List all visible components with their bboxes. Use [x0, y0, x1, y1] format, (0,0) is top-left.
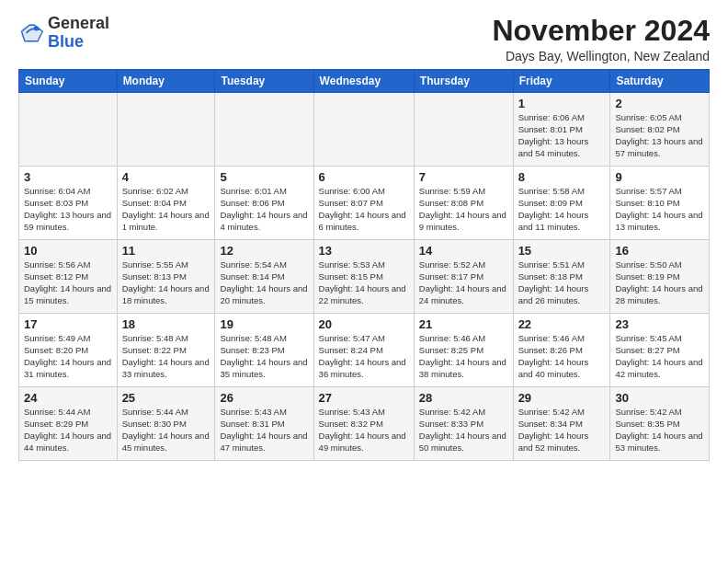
- calendar-header: SundayMondayTuesdayWednesdayThursdayFrid…: [19, 70, 710, 93]
- calendar-cell: [215, 93, 313, 167]
- calendar-cell: 25Sunrise: 5:44 AM Sunset: 8:30 PM Dayli…: [117, 387, 215, 461]
- logo: General Blue: [18, 15, 109, 52]
- day-info: Sunrise: 5:56 AM Sunset: 8:12 PM Dayligh…: [24, 259, 112, 306]
- calendar-cell: 6Sunrise: 6:00 AM Sunset: 8:07 PM Daylig…: [313, 167, 414, 240]
- day-info: Sunrise: 6:01 AM Sunset: 8:06 PM Dayligh…: [220, 186, 308, 233]
- calendar-week-2: 3Sunrise: 6:04 AM Sunset: 8:03 PM Daylig…: [19, 167, 710, 240]
- calendar-cell: 23Sunrise: 5:45 AM Sunset: 8:27 PM Dayli…: [610, 314, 710, 387]
- day-number: 21: [419, 317, 508, 331]
- calendar-cell: 2Sunrise: 6:05 AM Sunset: 8:02 PM Daylig…: [610, 93, 710, 167]
- calendar-cell: 29Sunrise: 5:42 AM Sunset: 8:34 PM Dayli…: [513, 387, 610, 461]
- page: General Blue November 2024 Days Bay, Wel…: [0, 0, 728, 470]
- title-block: November 2024 Days Bay, Wellington, New …: [492, 15, 710, 63]
- weekday-row: SundayMondayTuesdayWednesdayThursdayFrid…: [19, 70, 710, 93]
- calendar-cell: 19Sunrise: 5:48 AM Sunset: 8:23 PM Dayli…: [215, 314, 313, 387]
- day-number: 10: [24, 244, 112, 258]
- calendar-cell: [117, 93, 215, 167]
- day-number: 17: [24, 317, 112, 331]
- calendar-week-1: 1Sunrise: 6:06 AM Sunset: 8:01 PM Daylig…: [19, 93, 710, 167]
- calendar-week-4: 17Sunrise: 5:49 AM Sunset: 8:20 PM Dayli…: [19, 314, 710, 387]
- day-info: Sunrise: 5:44 AM Sunset: 8:29 PM Dayligh…: [24, 407, 112, 454]
- day-info: Sunrise: 5:48 AM Sunset: 8:22 PM Dayligh…: [122, 333, 210, 380]
- calendar-cell: 7Sunrise: 5:59 AM Sunset: 8:08 PM Daylig…: [414, 167, 513, 240]
- day-number: 27: [319, 391, 409, 405]
- day-info: Sunrise: 5:53 AM Sunset: 8:15 PM Dayligh…: [319, 259, 409, 306]
- day-number: 28: [419, 391, 508, 405]
- day-number: 25: [122, 391, 210, 405]
- calendar-cell: 10Sunrise: 5:56 AM Sunset: 8:12 PM Dayli…: [19, 240, 118, 314]
- day-number: 30: [615, 391, 704, 405]
- day-number: 12: [220, 244, 308, 258]
- day-info: Sunrise: 5:52 AM Sunset: 8:17 PM Dayligh…: [419, 259, 508, 306]
- day-info: Sunrise: 5:46 AM Sunset: 8:25 PM Dayligh…: [419, 333, 508, 380]
- day-number: 2: [615, 97, 704, 110]
- day-number: 13: [319, 244, 409, 258]
- day-number: 14: [419, 244, 508, 258]
- day-info: Sunrise: 5:50 AM Sunset: 8:19 PM Dayligh…: [615, 259, 704, 306]
- calendar-cell: [19, 93, 118, 167]
- calendar-cell: [313, 93, 414, 167]
- day-number: 8: [518, 170, 606, 184]
- day-number: 26: [220, 391, 308, 405]
- day-info: Sunrise: 5:47 AM Sunset: 8:24 PM Dayligh…: [319, 333, 409, 380]
- calendar-cell: 16Sunrise: 5:50 AM Sunset: 8:19 PM Dayli…: [610, 240, 710, 314]
- day-info: Sunrise: 6:02 AM Sunset: 8:04 PM Dayligh…: [122, 186, 210, 233]
- day-number: 15: [518, 244, 606, 258]
- day-info: Sunrise: 6:06 AM Sunset: 8:01 PM Dayligh…: [518, 112, 606, 159]
- day-info: Sunrise: 5:45 AM Sunset: 8:27 PM Dayligh…: [615, 333, 704, 380]
- calendar-cell: 15Sunrise: 5:51 AM Sunset: 8:18 PM Dayli…: [513, 240, 610, 314]
- day-info: Sunrise: 5:54 AM Sunset: 8:14 PM Dayligh…: [220, 259, 308, 306]
- day-number: 24: [24, 391, 112, 405]
- day-number: 5: [220, 170, 308, 184]
- day-number: 4: [122, 170, 210, 184]
- month-title: November 2024: [492, 15, 710, 47]
- calendar-cell: [414, 93, 513, 167]
- weekday-header-friday: Friday: [513, 70, 610, 93]
- weekday-header-thursday: Thursday: [414, 70, 513, 93]
- day-info: Sunrise: 6:04 AM Sunset: 8:03 PM Dayligh…: [24, 186, 112, 233]
- calendar-cell: 14Sunrise: 5:52 AM Sunset: 8:17 PM Dayli…: [414, 240, 513, 314]
- calendar-cell: 4Sunrise: 6:02 AM Sunset: 8:04 PM Daylig…: [117, 167, 215, 240]
- weekday-header-wednesday: Wednesday: [313, 70, 414, 93]
- day-number: 1: [518, 97, 606, 110]
- day-info: Sunrise: 5:42 AM Sunset: 8:35 PM Dayligh…: [615, 407, 704, 454]
- day-number: 9: [615, 170, 704, 184]
- day-number: 29: [518, 391, 606, 405]
- day-info: Sunrise: 5:58 AM Sunset: 8:09 PM Dayligh…: [518, 186, 606, 233]
- svg-point-2: [34, 26, 39, 30]
- day-number: 23: [615, 317, 704, 331]
- day-info: Sunrise: 6:05 AM Sunset: 8:02 PM Dayligh…: [615, 112, 704, 159]
- calendar-cell: 13Sunrise: 5:53 AM Sunset: 8:15 PM Dayli…: [313, 240, 414, 314]
- day-info: Sunrise: 5:42 AM Sunset: 8:33 PM Dayligh…: [419, 407, 508, 454]
- calendar-cell: 27Sunrise: 5:43 AM Sunset: 8:32 PM Dayli…: [313, 387, 414, 461]
- day-info: Sunrise: 6:00 AM Sunset: 8:07 PM Dayligh…: [319, 186, 409, 233]
- calendar-cell: 24Sunrise: 5:44 AM Sunset: 8:29 PM Dayli…: [19, 387, 118, 461]
- calendar: SundayMondayTuesdayWednesdayThursdayFrid…: [18, 69, 710, 461]
- day-number: 3: [24, 170, 112, 184]
- calendar-body: 1Sunrise: 6:06 AM Sunset: 8:01 PM Daylig…: [19, 93, 710, 461]
- day-info: Sunrise: 5:48 AM Sunset: 8:23 PM Dayligh…: [220, 333, 308, 380]
- day-info: Sunrise: 5:43 AM Sunset: 8:32 PM Dayligh…: [319, 407, 409, 454]
- calendar-week-5: 24Sunrise: 5:44 AM Sunset: 8:29 PM Dayli…: [19, 387, 710, 461]
- calendar-cell: 18Sunrise: 5:48 AM Sunset: 8:22 PM Dayli…: [117, 314, 215, 387]
- calendar-cell: 12Sunrise: 5:54 AM Sunset: 8:14 PM Dayli…: [215, 240, 313, 314]
- calendar-cell: 1Sunrise: 6:06 AM Sunset: 8:01 PM Daylig…: [513, 93, 610, 167]
- calendar-cell: 21Sunrise: 5:46 AM Sunset: 8:25 PM Dayli…: [414, 314, 513, 387]
- weekday-header-sunday: Sunday: [19, 70, 118, 93]
- day-number: 7: [419, 170, 508, 184]
- calendar-cell: 11Sunrise: 5:55 AM Sunset: 8:13 PM Dayli…: [117, 240, 215, 314]
- calendar-cell: 17Sunrise: 5:49 AM Sunset: 8:20 PM Dayli…: [19, 314, 118, 387]
- day-info: Sunrise: 5:42 AM Sunset: 8:34 PM Dayligh…: [518, 407, 606, 454]
- day-info: Sunrise: 5:44 AM Sunset: 8:30 PM Dayligh…: [122, 407, 210, 454]
- logo-text: General Blue: [48, 15, 109, 52]
- day-number: 11: [122, 244, 210, 258]
- calendar-cell: 20Sunrise: 5:47 AM Sunset: 8:24 PM Dayli…: [313, 314, 414, 387]
- day-number: 20: [319, 317, 409, 331]
- header: General Blue November 2024 Days Bay, Wel…: [18, 15, 710, 63]
- weekday-header-saturday: Saturday: [610, 70, 710, 93]
- calendar-cell: 22Sunrise: 5:46 AM Sunset: 8:26 PM Dayli…: [513, 314, 610, 387]
- day-number: 18: [122, 317, 210, 331]
- calendar-cell: 30Sunrise: 5:42 AM Sunset: 8:35 PM Dayli…: [610, 387, 710, 461]
- day-info: Sunrise: 5:55 AM Sunset: 8:13 PM Dayligh…: [122, 259, 210, 306]
- location: Days Bay, Wellington, New Zealand: [492, 49, 710, 63]
